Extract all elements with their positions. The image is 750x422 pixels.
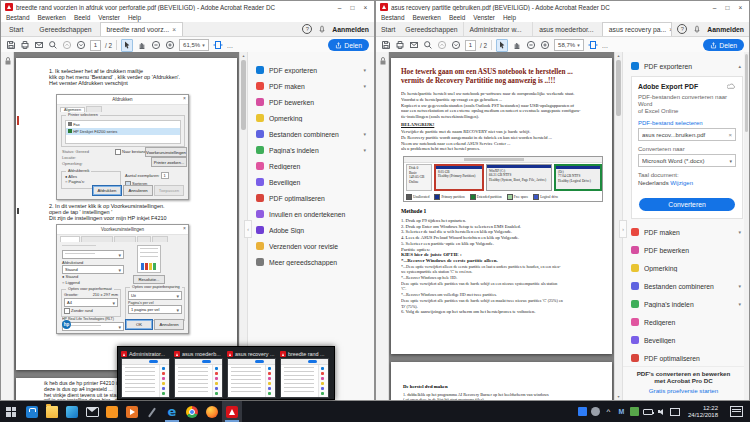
select-tool-button[interactable]: [121, 39, 133, 52]
doc-tab[interactable]: asus recovery pa...×: [602, 22, 673, 36]
more-tools-icon[interactable]: …: [602, 42, 608, 49]
previous-page-icon[interactable]: [62, 40, 72, 50]
preview-thumbnail[interactable]: [121, 358, 170, 398]
sidebar-tool[interactable]: Bestanden combineren▾: [248, 126, 374, 142]
taskbar-app-button[interactable]: [102, 401, 122, 422]
taskbar-app-button[interactable]: [82, 401, 102, 422]
hand-tool-icon[interactable]: [512, 40, 522, 50]
convert-button[interactable]: Converteren: [639, 198, 735, 211]
share-button[interactable]: Delen: [328, 39, 369, 51]
window-preview-card[interactable]: Administrator...: [121, 350, 170, 396]
taskbar-clock[interactable]: 12:22 24/12/2018: [684, 405, 722, 419]
save-icon[interactable]: [381, 40, 391, 50]
tray-icon[interactable]: [617, 407, 626, 416]
hand-tool-icon[interactable]: [137, 40, 147, 50]
taskbar-app-button[interactable]: [42, 401, 62, 422]
taskbar-app-button[interactable]: [62, 401, 82, 422]
window-preview-card[interactable]: asus recovery ...: [227, 350, 276, 396]
sidebar-tool[interactable]: Beveiligen: [248, 174, 374, 190]
help-icon[interactable]: ?: [677, 24, 687, 34]
start-button[interactable]: [0, 401, 22, 422]
taskbar-app-button[interactable]: [202, 401, 222, 422]
sidebar-tool-export[interactable]: PDF exporteren ▴: [623, 52, 749, 74]
sidebar-tool[interactable]: Adobe Sign: [248, 222, 374, 238]
tray-icon[interactable]: [643, 409, 653, 415]
left-rail[interactable]: [1, 52, 14, 400]
sign-in-button[interactable]: Aanmelden: [332, 26, 369, 33]
document-area[interactable]: Hoe tewerk gaan om een ASUS notebook te …: [389, 52, 614, 400]
sidebar-tool[interactable]: PDF optimaliseren: [623, 349, 749, 367]
panel-collapse-icon[interactable]: ›: [619, 220, 627, 238]
bell-icon[interactable]: [317, 24, 327, 34]
sidebar-tool[interactable]: Meer gereedschappen: [248, 254, 374, 270]
maximize-button[interactable]: □: [346, 2, 359, 13]
tray-icon[interactable]: [657, 407, 666, 416]
minimize-button[interactable]: –: [708, 2, 721, 13]
menu-item[interactable]: Beeld: [74, 14, 90, 21]
tab-start[interactable]: Start: [376, 22, 400, 36]
doc-tab[interactable]: breedte rand voorz...×: [100, 22, 184, 36]
tab-close-icon[interactable]: ×: [172, 26, 176, 33]
left-rail[interactable]: [376, 52, 389, 400]
zoom-level-select[interactable]: 58,7%▾: [554, 39, 584, 51]
maximize-button[interactable]: □: [721, 2, 734, 13]
close-button[interactable]: ×: [734, 2, 747, 13]
menu-item[interactable]: Beeld: [449, 14, 465, 21]
select-tool-button[interactable]: [496, 39, 508, 52]
sidebar-tool[interactable]: Verzenden voor revisie: [248, 238, 374, 254]
menu-item[interactable]: Bewerken: [412, 14, 440, 21]
select-file-link[interactable]: PDF-bestand selecteren: [638, 120, 736, 126]
minimize-button[interactable]: –: [333, 2, 346, 13]
sidebar-tool[interactable]: Beveiligen: [623, 331, 749, 349]
sidebar-tool[interactable]: Bestanden combineren▾: [623, 277, 749, 295]
menu-item[interactable]: Help: [503, 14, 516, 21]
tray-icon[interactable]: [578, 407, 587, 416]
scrollbar-thumb[interactable]: [616, 60, 621, 116]
title-bar[interactable]: breedte rand voorzien in afdruk voor per…: [1, 1, 374, 13]
scroll-up-icon[interactable]: ▴: [240, 53, 247, 58]
sidebar-tool[interactable]: Invullen en ondertekenen: [248, 206, 374, 222]
window-preview-card[interactable]: asus moederb...: [174, 350, 223, 396]
scroll-up-icon[interactable]: ▴: [615, 53, 622, 58]
search-icon[interactable]: [48, 40, 58, 50]
zoom-out-icon[interactable]: [151, 40, 161, 50]
change-language-link[interactable]: Wijzigen: [670, 180, 693, 186]
taskbar-app-button[interactable]: [142, 401, 162, 422]
zoom-in-icon[interactable]: [540, 40, 550, 50]
tab-tools[interactable]: Gereedschappen: [400, 22, 462, 36]
sidebar-tool[interactable]: Opmerking: [248, 110, 374, 126]
sidebar-tool[interactable]: PDF bewerken: [623, 241, 749, 259]
tray-icon[interactable]: [591, 407, 600, 416]
preview-thumbnail[interactable]: [280, 358, 329, 398]
selected-file-input[interactable]: asus recov...bruiken.pdf×: [638, 128, 736, 141]
free-trial-link[interactable]: Gratis proefversie starten: [623, 387, 744, 394]
menu-item[interactable]: Bestand: [6, 14, 29, 21]
sidebar-scrollbar[interactable]: [744, 52, 749, 400]
format-select[interactable]: Microsoft Word (*.docx)▾: [638, 154, 736, 167]
preview-thumbnail[interactable]: [174, 358, 223, 398]
taskbar-app-button[interactable]: [182, 401, 202, 422]
menu-item[interactable]: Bestand: [381, 14, 404, 21]
sidebar-tool[interactable]: PDF bewerken: [248, 94, 374, 110]
doc-tab[interactable]: asus moederbor...: [532, 22, 602, 36]
sidebar-tool[interactable]: PDF maken▾: [248, 78, 374, 94]
menu-item[interactable]: Venster: [473, 14, 495, 21]
fit-width-icon[interactable]: [213, 40, 223, 50]
sidebar-tool[interactable]: Opmerking: [623, 259, 749, 277]
window-preview-card[interactable]: breedte rand ...: [280, 350, 329, 396]
preview-thumbnail[interactable]: [227, 358, 276, 398]
zoom-level-select[interactable]: 61,5%▾: [179, 39, 209, 51]
action-center-icon[interactable]: [730, 406, 743, 417]
menu-item[interactable]: Venster: [98, 14, 120, 21]
tab-start[interactable]: Start: [1, 22, 31, 36]
tray-icon[interactable]: [604, 407, 613, 416]
search-icon[interactable]: [423, 40, 433, 50]
sidebar-tool[interactable]: Pagina's indelen▾: [248, 142, 374, 158]
title-bar[interactable]: asus recovery partitie gebruiken.pdf (BE…: [376, 1, 749, 13]
tab-tools[interactable]: Gereedschappen: [31, 22, 99, 36]
sign-in-button[interactable]: Aanmelden: [707, 26, 744, 33]
more-tools-icon[interactable]: …: [227, 42, 233, 49]
email-icon[interactable]: [409, 40, 419, 50]
sidebar-tool[interactable]: PDF exporteren▾: [248, 62, 374, 78]
close-button[interactable]: ×: [359, 2, 372, 13]
